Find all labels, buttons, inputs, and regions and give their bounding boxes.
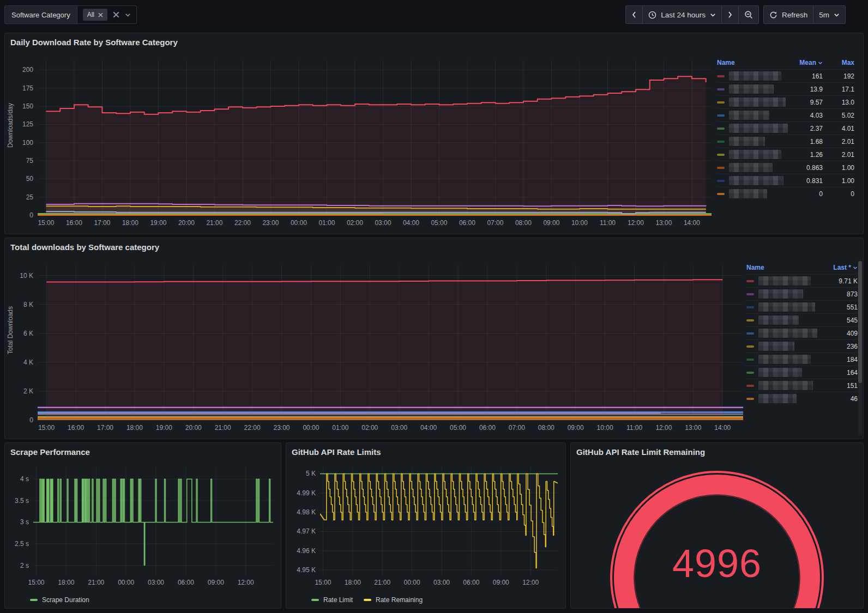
legend-header-max[interactable]: Max <box>823 56 854 69</box>
svg-text:4.99 K: 4.99 K <box>297 489 316 497</box>
series-color-swatch <box>30 599 38 601</box>
legend-row-series[interactable] <box>717 69 789 82</box>
total-downloads-chart[interactable]: 15:0016:0017:0018:0019:0020:0021:0022:00… <box>14 258 746 436</box>
svg-text:03:00: 03:00 <box>391 424 407 432</box>
legend-value: 2.37 <box>789 122 823 135</box>
series-color-swatch <box>717 101 725 104</box>
svg-text:09:00: 09:00 <box>568 424 584 432</box>
legend-row-series[interactable] <box>746 392 817 405</box>
svg-text:4.98 K: 4.98 K <box>297 508 316 516</box>
refresh-button[interactable]: Refresh <box>763 5 813 24</box>
legend-row-series[interactable] <box>717 161 789 174</box>
svg-text:01:00: 01:00 <box>332 424 348 432</box>
legend-row-series[interactable] <box>746 326 817 339</box>
filter-chip-all[interactable]: All <box>83 9 107 21</box>
time-shift-forward-button[interactable] <box>721 5 739 24</box>
refresh-label: Refresh <box>782 11 807 19</box>
svg-text:50: 50 <box>26 175 34 183</box>
svg-text:16:00: 16:00 <box>68 424 84 432</box>
svg-text:06:00: 06:00 <box>459 219 475 227</box>
filter-clear-icon[interactable] <box>113 11 119 18</box>
svg-text:02:00: 02:00 <box>347 219 363 227</box>
refresh-interval-dropdown[interactable]: 5m <box>813 5 846 24</box>
legend-row-series[interactable] <box>746 366 817 379</box>
legend-value: 0.831 <box>789 174 823 187</box>
legend-row-series[interactable] <box>717 187 789 200</box>
svg-text:15:00: 15:00 <box>38 424 55 432</box>
legend-value: 1.00 <box>823 174 854 187</box>
time-shift-back-button[interactable] <box>625 5 643 24</box>
legend-header-name[interactable]: Name <box>717 56 789 69</box>
series-color-swatch <box>717 180 725 182</box>
series-color-swatch <box>746 280 754 282</box>
legend-row-series[interactable] <box>746 287 817 300</box>
legend-item-label: Scrape Duration <box>42 596 89 604</box>
svg-text:13:00: 13:00 <box>655 219 672 227</box>
panel-title[interactable]: GitHub API Rate Limits <box>286 443 565 457</box>
filter-dropdown-chevron-icon[interactable] <box>125 12 131 18</box>
svg-text:200: 200 <box>22 66 33 74</box>
svg-text:07:00: 07:00 <box>487 219 503 227</box>
legend-row-series[interactable] <box>746 339 817 353</box>
panel-title[interactable]: Daily Download Rate by Software Category <box>5 33 863 47</box>
legend-value: 409 <box>817 326 858 339</box>
chevron-left-icon <box>631 11 637 19</box>
legend-row-series[interactable] <box>717 135 789 148</box>
svg-text:05:00: 05:00 <box>450 424 466 432</box>
redacted-series-name <box>729 163 773 172</box>
svg-text:75: 75 <box>26 157 34 165</box>
svg-text:15:00: 15:00 <box>315 579 331 586</box>
legend-row-series[interactable] <box>717 108 789 122</box>
svg-text:0: 0 <box>29 416 33 424</box>
redacted-series-name <box>729 137 765 146</box>
scrape-performance-chart[interactable]: 15:0018:0021:0000:0003:0006:0009:0012:00… <box>8 462 276 591</box>
legend-row-series[interactable] <box>717 174 789 187</box>
svg-text:3 s: 3 s <box>20 518 29 526</box>
rate-limit-gauge[interactable] <box>571 463 863 608</box>
panel-title[interactable]: GitHub API Rate Limit Remaining <box>571 443 863 457</box>
legend-header-last[interactable]: Last * <box>817 261 858 274</box>
legend-row-series[interactable] <box>717 82 789 95</box>
legend-header-name[interactable]: Name <box>746 261 817 274</box>
svg-text:3.5 s: 3.5 s <box>15 497 29 505</box>
legend-value: 1.00 <box>823 161 854 174</box>
legend-value: 545 <box>817 313 858 326</box>
time-zoom-out-button[interactable] <box>738 5 759 24</box>
legend-item[interactable]: Rate Remaining <box>364 596 423 604</box>
legend-item[interactable]: Scrape Duration <box>30 596 89 604</box>
time-range-picker-button[interactable]: Last 24 hours <box>642 5 722 24</box>
legend-value: 1.68 <box>789 135 823 148</box>
panel-title[interactable]: Scrape Performance <box>5 443 281 457</box>
legend-row-series[interactable] <box>746 313 817 326</box>
svg-text:16:00: 16:00 <box>66 219 82 227</box>
svg-text:100: 100 <box>22 139 33 147</box>
daily-download-rate-chart[interactable]: 15:0016:0017:0018:0019:0020:0021:0022:00… <box>14 53 715 232</box>
legend-row-series[interactable] <box>717 122 789 135</box>
legend-value: 873 <box>817 287 858 300</box>
legend-row-series[interactable] <box>746 274 817 287</box>
redacted-series-name <box>758 342 794 351</box>
legend-row-series[interactable] <box>746 353 817 366</box>
series-color-swatch <box>717 114 725 117</box>
legend-scrollbar[interactable] <box>858 261 862 435</box>
svg-text:15:00: 15:00 <box>38 219 54 227</box>
legend-value: 551 <box>817 300 858 313</box>
svg-text:2 s: 2 s <box>20 562 29 569</box>
dashboard-topbar: Software Category All Last 24 hours <box>0 0 868 30</box>
legend-row-series[interactable] <box>746 300 817 313</box>
redacted-series-name <box>729 98 786 107</box>
filter-value-area[interactable]: All <box>77 6 136 23</box>
legend-item[interactable]: Rate Limit <box>311 596 353 604</box>
legend-row-series[interactable] <box>717 95 789 108</box>
legend-header-mean[interactable]: Mean <box>789 56 823 69</box>
chip-remove-icon[interactable] <box>98 13 103 17</box>
redacted-series-name <box>729 71 781 81</box>
legend-row-series[interactable] <box>746 379 817 392</box>
panel-title[interactable]: Total downloads by Software category <box>5 238 863 252</box>
rate-limits-chart[interactable]: 15:0018:0021:0000:0003:0006:0009:0012:00… <box>290 462 561 591</box>
legend-row-series[interactable] <box>717 148 789 161</box>
svg-text:18:00: 18:00 <box>345 579 361 586</box>
legend-value: 184 <box>817 353 858 366</box>
svg-text:09:00: 09:00 <box>493 579 509 586</box>
legend-value: 46 <box>817 392 858 405</box>
